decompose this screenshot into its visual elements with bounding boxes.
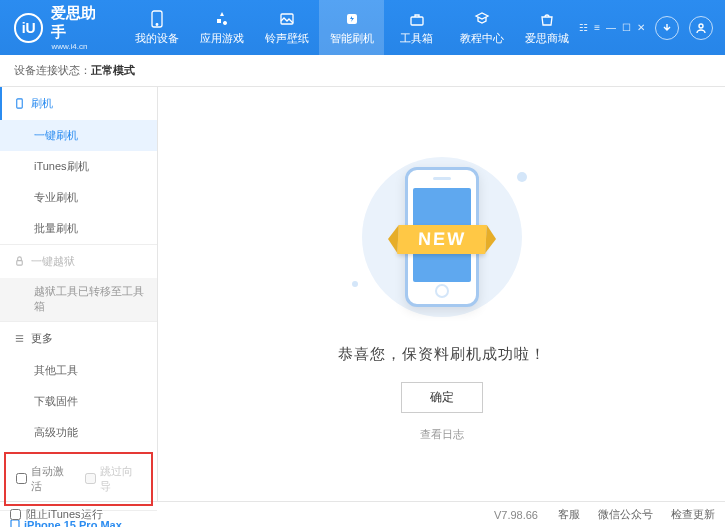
checkbox-input[interactable] xyxy=(16,473,27,484)
checkbox-label: 阻止iTunes运行 xyxy=(26,507,103,522)
auto-activate-checkbox[interactable]: 自动激活 xyxy=(16,464,73,494)
sidebar-item-oneclick[interactable]: 一键刷机 xyxy=(0,120,157,151)
list-icon[interactable]: ≡ xyxy=(594,22,600,33)
status-bar: 设备连接状态： 正常模式 xyxy=(0,55,725,87)
section-label: 更多 xyxy=(31,331,53,346)
sidebar-item-download-fw[interactable]: 下载固件 xyxy=(0,386,157,417)
nav-label: 铃声壁纸 xyxy=(265,31,309,46)
app-title: 爱思助手 xyxy=(51,4,110,42)
jailbreak-note: 越狱工具已转移至工具箱 xyxy=(0,278,157,321)
svg-point-5 xyxy=(699,24,703,28)
footer-link-update[interactable]: 检查更新 xyxy=(671,507,715,522)
skip-guide-checkbox: 跳过向导 xyxy=(85,464,142,494)
nav-apps[interactable]: 应用游戏 xyxy=(189,0,254,55)
app-url: www.i4.cn xyxy=(51,42,110,51)
nav-label: 工具箱 xyxy=(400,31,433,46)
wallpaper-icon xyxy=(278,10,296,28)
nav-ringtones[interactable]: 铃声壁纸 xyxy=(254,0,319,55)
confirm-button[interactable]: 确定 xyxy=(401,382,483,413)
user-button[interactable] xyxy=(689,16,713,40)
close-icon[interactable]: ✕ xyxy=(637,22,645,33)
download-button[interactable] xyxy=(655,16,679,40)
nav-label: 我的设备 xyxy=(135,31,179,46)
checkbox-input xyxy=(85,473,96,484)
version-label: V7.98.66 xyxy=(494,509,538,521)
options-highlighted-box: 自动激活 跳过向导 xyxy=(4,452,153,506)
checkbox-label: 自动激活 xyxy=(31,464,73,494)
nav-label: 智能刷机 xyxy=(330,31,374,46)
sidebar-jailbreak-header: 一键越狱 xyxy=(0,245,157,278)
nav-toolbox[interactable]: 工具箱 xyxy=(384,0,449,55)
more-icon xyxy=(14,333,25,344)
nav-my-device[interactable]: 我的设备 xyxy=(124,0,189,55)
sidebar-flash-header[interactable]: 刷机 xyxy=(0,87,157,120)
footer-link-support[interactable]: 客服 xyxy=(558,507,580,522)
sidebar-item-othertools[interactable]: 其他工具 xyxy=(0,355,157,386)
footer-link-wechat[interactable]: 微信公众号 xyxy=(598,507,653,522)
store-icon xyxy=(538,10,556,28)
apps-icon xyxy=(213,10,231,28)
section-label: 一键越狱 xyxy=(31,254,75,269)
toolbox-icon xyxy=(408,10,426,28)
sidebar-item-itunes[interactable]: iTunes刷机 xyxy=(0,151,157,182)
checkbox-label: 跳过向导 xyxy=(100,464,142,494)
logo-icon: iU xyxy=(14,13,43,43)
sidebar-item-advanced[interactable]: 高级功能 xyxy=(0,417,157,448)
status-prefix: 设备连接状态： xyxy=(14,63,91,78)
nav-label: 应用游戏 xyxy=(200,31,244,46)
maximize-icon[interactable]: ☐ xyxy=(622,22,631,33)
minimize-icon[interactable]: — xyxy=(606,22,616,33)
success-message: 恭喜您，保资料刷机成功啦！ xyxy=(338,345,546,364)
new-ribbon: NEW xyxy=(397,225,487,254)
svg-rect-6 xyxy=(17,99,23,108)
success-illustration: NEW xyxy=(332,147,552,327)
sidebar-more-header[interactable]: 更多 xyxy=(0,322,157,355)
phone-icon xyxy=(148,10,166,28)
nav-store[interactable]: 爱思商城 xyxy=(514,0,579,55)
svg-point-1 xyxy=(156,23,158,25)
block-itunes-checkbox[interactable]: 阻止iTunes运行 xyxy=(10,507,103,522)
nav-tutorials[interactable]: 教程中心 xyxy=(449,0,514,55)
checkbox-input[interactable] xyxy=(10,509,21,520)
sidebar-item-batch[interactable]: 批量刷机 xyxy=(0,213,157,244)
svg-rect-7 xyxy=(17,261,23,266)
status-value: 正常模式 xyxy=(91,63,135,78)
sidebar-item-pro[interactable]: 专业刷机 xyxy=(0,182,157,213)
section-label: 刷机 xyxy=(31,96,53,111)
nav-label: 爱思商城 xyxy=(525,31,569,46)
nav-label: 教程中心 xyxy=(460,31,504,46)
svg-rect-4 xyxy=(411,17,423,25)
phone-small-icon xyxy=(14,98,25,109)
nav-flash[interactable]: 智能刷机 xyxy=(319,0,384,55)
app-logo: iU 爱思助手 www.i4.cn xyxy=(0,4,124,51)
tutorial-icon xyxy=(473,10,491,28)
menu-icon[interactable]: ☷ xyxy=(579,22,588,33)
view-log-link[interactable]: 查看日志 xyxy=(420,427,464,442)
lock-icon xyxy=(14,256,25,267)
flash-icon xyxy=(343,10,361,28)
